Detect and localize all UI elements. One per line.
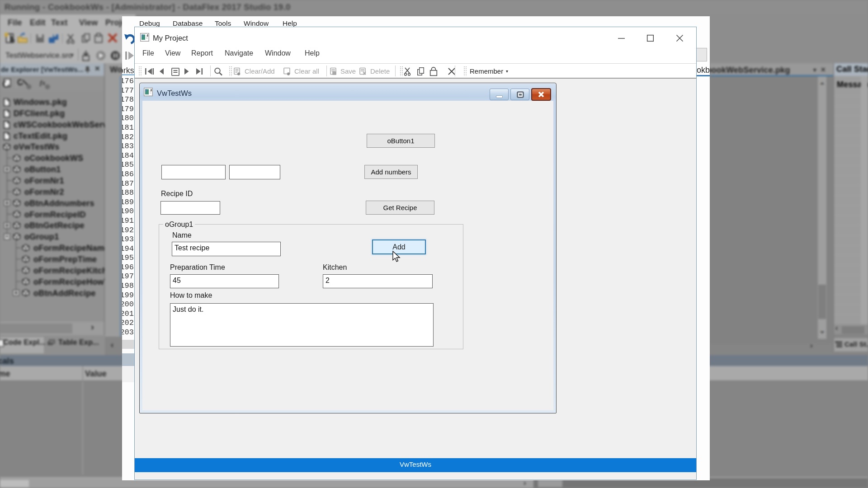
svg-text:fx: fx [40, 79, 46, 86]
